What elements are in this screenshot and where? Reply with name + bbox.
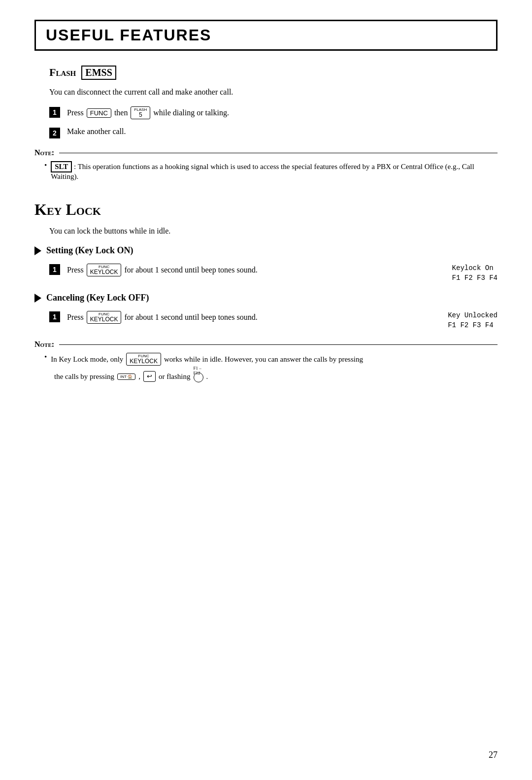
flash-step1-press: Press [67, 108, 84, 117]
flash-step2-text: Make another call. [67, 127, 126, 136]
flash-5-key-bottom: 5 [139, 112, 142, 118]
note1-item-text: : This operation functions as a hooking … [51, 163, 474, 180]
flash-section-title: Flash EMSS [49, 66, 498, 80]
canceling-off-header: Canceling (Key Lock OFF) [34, 293, 498, 303]
setting-on-step-content: Press FUNC KEYLOCK for about 1 second un… [67, 264, 442, 276]
canceling-off-step1: 1 Press FUNC KEYLOCK for about 1 second … [49, 311, 498, 330]
keylock-on-display-line1: Keylock On [452, 264, 498, 273]
int-top: INT·🏠 [120, 374, 133, 379]
setting-on-label: Setting (Key Lock ON) [46, 245, 133, 256]
note1-body: • SLT : This operation functions as a ho… [44, 161, 498, 181]
note1-header: Note: [34, 148, 498, 157]
flash-emss-section: Flash EMSS You can disconnect the curren… [34, 66, 498, 138]
int-button: INT·🏠 [117, 373, 135, 380]
setting-on-header: Setting (Key Lock ON) [34, 245, 498, 256]
triangle-icon-on [34, 246, 41, 255]
func-keylock-note2: FUNC KEYLOCK [126, 353, 161, 366]
note1-item: • SLT : This operation functions as a ho… [44, 161, 498, 181]
canceling-off-step-content: Press FUNC KEYLOCK for about 1 second un… [67, 311, 438, 324]
key-lock-section: Key Lock You can lock the buttons while … [34, 201, 498, 330]
key-lock-title: Key Lock [34, 201, 498, 219]
note2-or: or flashing [159, 373, 191, 381]
flash-title-text: Flash [49, 66, 76, 78]
setting-on-press: Press [67, 266, 84, 274]
page-number: 27 [489, 750, 498, 760]
setting-on-step-num: 1 [49, 264, 60, 275]
note2-body: • In Key Lock mode, only FUNC KEYLOCK wo… [44, 353, 498, 384]
keylock-on-display-line2: F1 F2 F3 F4 [452, 273, 498, 283]
note2-bullet: • [44, 353, 47, 361]
note2-text-before: In Key Lock mode, only [51, 355, 123, 364]
flash-5-key: FLASH 5 [131, 106, 150, 119]
func-key-bottom-off: KEYLOCK [90, 316, 118, 322]
note2-text-middle: works while in idle. However, you can an… [164, 355, 363, 364]
note2-content: In Key Lock mode, only FUNC KEYLOCK work… [51, 353, 363, 366]
page-title-box: Useful Features [34, 20, 498, 51]
flash-step2: 2 Make another call. [49, 127, 498, 138]
keylock-off-display-line1: Key Unlocked [448, 311, 498, 321]
note1-section: Note: • SLT : This operation functions a… [34, 148, 498, 181]
setting-on-step1-inner: 1 Press FUNC KEYLOCK for about 1 second … [49, 264, 442, 276]
circle-button-wrapper: F1 – F12 [194, 369, 203, 384]
slt-box: SLT [51, 161, 72, 172]
note2-item: • In Key Lock mode, only FUNC KEYLOCK wo… [44, 353, 498, 366]
note1-label: Note: [34, 148, 54, 157]
setting-key-lock-on: Setting (Key Lock ON) 1 Press FUNC KEYLO… [34, 245, 498, 283]
note2-key-bottom: KEYLOCK [130, 358, 158, 364]
note2-comma1: , [138, 373, 140, 381]
note1-content: SLT : This operation functions as a hook… [51, 161, 498, 181]
flash-step1-then: then [114, 108, 128, 117]
step-number-1: 1 [49, 107, 60, 118]
note2-period: . [206, 373, 208, 381]
flash-step1-content: Press FUNC then FLASH 5 while dialing or… [67, 106, 498, 119]
canceling-off-step-num: 1 [49, 311, 60, 322]
note2-line2: the calls by pressing INT·🏠 , ↩ or flash… [54, 369, 498, 384]
note2-label: Note: [34, 340, 54, 349]
setting-on-step1: 1 Press FUNC KEYLOCK for about 1 second … [49, 264, 498, 283]
canceling-off-press: Press [67, 313, 84, 322]
note2-header: Note: [34, 340, 498, 349]
flash-intro: You can disconnect the current call and … [49, 88, 498, 97]
triangle-icon-off [34, 294, 41, 303]
flash-step1-suffix: while dialing or talking. [153, 108, 229, 117]
flash-step1: 1 Press FUNC then FLASH 5 while dialing … [49, 106, 498, 119]
note1-bullet: • [44, 161, 47, 170]
keylock-off-display-line2: F1 F2 F3 F4 [448, 321, 498, 331]
keylock-on-display: Keylock On F1 F2 F3 F4 [452, 264, 498, 283]
canceling-key-lock-off: Canceling (Key Lock OFF) 1 Press FUNC KE… [34, 293, 498, 330]
key-lock-intro: You can lock the buttons while in idle. [49, 227, 498, 236]
func-keylock-key-off: FUNC KEYLOCK [87, 311, 122, 324]
canceling-off-suffix: for about 1 second until beep tones soun… [124, 313, 257, 322]
func-key: FUNC [87, 108, 111, 118]
keylock-off-display: Key Unlocked F1 F2 F3 F4 [448, 311, 498, 330]
note2-calls-prefix: the calls by pressing [54, 373, 114, 381]
flash-step2-content: Make another call. [67, 127, 498, 136]
page-title: Useful Features [46, 26, 211, 44]
note2-section: Note: • In Key Lock mode, only FUNC KEYL… [34, 340, 498, 384]
emss-badge: EMSS [81, 66, 116, 80]
setting-on-suffix: for about 1 second until beep tones soun… [124, 266, 257, 274]
handset-button: ↩ [143, 371, 156, 382]
func-key-bottom-on: KEYLOCK [90, 269, 118, 275]
superscript-f1-f12: F1 – F12 [194, 366, 203, 375]
canceling-off-step1-inner: 1 Press FUNC KEYLOCK for about 1 second … [49, 311, 438, 324]
canceling-off-label: Canceling (Key Lock OFF) [46, 293, 149, 303]
step-number-2: 2 [49, 128, 60, 138]
func-keylock-key-on: FUNC KEYLOCK [87, 264, 122, 276]
